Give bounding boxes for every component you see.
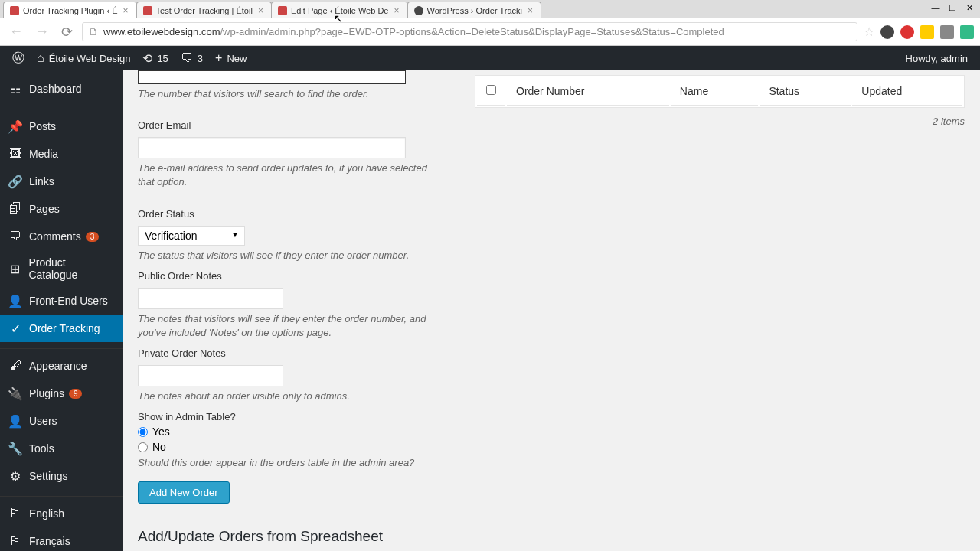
back-icon[interactable]: ← [6, 22, 26, 41]
link-icon: 🔗 [8, 174, 23, 189]
tab-close-icon[interactable]: × [122, 5, 130, 16]
url-path: /wp-admin/admin.php?page=EWD-OTP-options… [220, 26, 724, 37]
favicon-icon [278, 6, 287, 15]
page-icon: 🗋 [89, 26, 99, 37]
radio-no[interactable] [138, 442, 148, 452]
menu-catalogue[interactable]: ⊞Product Catalogue [0, 250, 122, 287]
menu-dashboard[interactable]: ⚏Dashboard [0, 75, 122, 103]
menu-label: Dashboard [29, 83, 82, 95]
extension-icon[interactable] [940, 25, 954, 39]
close-window-icon[interactable]: ✕ [962, 2, 977, 14]
add-new-order-button[interactable]: Add New Order [138, 481, 230, 504]
menu-francais[interactable]: 🏳Français [0, 527, 122, 551]
new-label: New [227, 53, 247, 64]
menu-tools[interactable]: 🔧Tools [0, 435, 122, 462]
account-link[interactable]: Howdy, admin [900, 53, 974, 64]
forward-icon[interactable]: → [32, 22, 52, 41]
url-input[interactable]: 🗋 www.etoilewebdesign.com /wp-admin/admi… [82, 22, 858, 41]
badge: 3 [86, 232, 100, 242]
col-updated[interactable]: Updated [852, 77, 962, 106]
col-name[interactable]: Name [671, 77, 759, 106]
browser-tab-3[interactable]: Edit Page ‹ Étoile Web De × [271, 2, 408, 18]
tab-title: Order Tracking Plugin ‹ É [23, 6, 118, 15]
menu-label: Posts [29, 120, 56, 132]
public-notes-help: The notes that visitors will see if they… [138, 312, 444, 340]
order-number-input[interactable] [138, 70, 406, 84]
main-content: The number that visitors will search to … [122, 70, 980, 551]
order-email-input[interactable] [138, 137, 406, 158]
order-status-label: Order Status [138, 208, 444, 220]
extension-icon[interactable] [900, 25, 914, 39]
comment-icon: 🗨 [181, 51, 193, 65]
order-status-select[interactable]: Verification [138, 226, 245, 246]
radio-yes-row[interactable]: Yes [138, 425, 444, 438]
wp-logo[interactable]: ⓦ [6, 51, 31, 67]
site-link[interactable]: ⌂Étoile Web Design [31, 51, 136, 65]
extension-icon[interactable] [880, 25, 894, 39]
home-icon: ⌂ [37, 51, 44, 65]
menu-label: Plugins [29, 387, 64, 399]
plug-icon: 🔌 [8, 386, 23, 401]
menu-label: Français [29, 535, 70, 547]
favicon-icon [143, 6, 152, 15]
new-link[interactable]: +New [209, 51, 253, 65]
tab-close-icon[interactable]: × [256, 5, 265, 16]
menu-frontend-users[interactable]: 👤Front-End Users [0, 287, 122, 315]
order-email-label: Order Email [138, 119, 444, 131]
menu-users[interactable]: 👤Users [0, 407, 122, 435]
bookmark-star-icon[interactable]: ☆ [864, 24, 874, 39]
extension-icon[interactable] [920, 25, 934, 39]
menu-links[interactable]: 🔗Links [0, 168, 122, 195]
wordpress-icon: ⓦ [12, 51, 24, 67]
favicon-icon [10, 6, 19, 15]
menu-comments[interactable]: 🗨Comments3 [0, 223, 122, 250]
dashboard-icon: ⚏ [8, 81, 23, 96]
public-notes-input[interactable] [138, 288, 283, 309]
radio-no-row[interactable]: No [138, 441, 444, 453]
tracking-icon: ✓ [8, 321, 23, 336]
reload-icon[interactable]: ⟳ [58, 22, 76, 42]
menu-english[interactable]: 🏳English [0, 500, 122, 527]
gear-icon: ⚙ [8, 468, 23, 484]
show-admin-help: Should this order appear in the orders t… [138, 456, 444, 470]
wp-admin-bar: ⓦ ⌂Étoile Web Design ⟲15 🗨3 +New Howdy, … [0, 46, 980, 70]
menu-label: Order Tracking [29, 322, 100, 334]
public-notes-label: Public Order Notes [138, 270, 444, 282]
browser-tab-1[interactable]: Order Tracking Plugin ‹ É × [3, 2, 137, 18]
menu-label: Appearance [29, 360, 87, 372]
menu-posts[interactable]: 📌Posts [0, 112, 122, 140]
menu-label: Product Catalogue [28, 256, 115, 281]
radio-yes[interactable] [138, 427, 148, 437]
col-order-number[interactable]: Order Number [507, 77, 669, 106]
updates-link[interactable]: ⟲15 [136, 51, 174, 66]
tab-close-icon[interactable]: × [392, 5, 400, 16]
tab-close-icon[interactable]: × [526, 5, 534, 16]
menu-label: Comments [29, 230, 81, 243]
private-notes-label: Private Order Notes [138, 347, 444, 359]
menu-order-tracking[interactable]: ✓Order Tracking [0, 315, 122, 342]
menu-label: Settings [29, 470, 68, 482]
window-controls: — ☐ ✕ [928, 2, 977, 14]
private-notes-input[interactable] [138, 365, 283, 386]
maximize-icon[interactable]: ☐ [945, 2, 960, 14]
pin-icon: 📌 [8, 119, 23, 134]
users-icon: 👤 [8, 293, 23, 308]
minimize-icon[interactable]: — [928, 2, 943, 14]
menu-label: Media [29, 148, 58, 160]
menu-plugins[interactable]: 🔌Plugins9 [0, 380, 122, 407]
extension-icon[interactable] [960, 25, 974, 39]
col-status[interactable]: Status [760, 77, 851, 106]
radio-yes-label: Yes [152, 425, 170, 438]
browser-tab-2[interactable]: Test Order Tracking | Étoil × [136, 2, 272, 18]
menu-settings[interactable]: ⚙Settings [0, 462, 122, 490]
menu-appearance[interactable]: 🖌Appearance [0, 352, 122, 380]
flag-icon: 🏳 [8, 533, 23, 549]
comments-count: 3 [198, 53, 203, 64]
browser-tab-strip: Order Tracking Plugin ‹ É × Test Order T… [0, 0, 980, 18]
select-all-checkbox[interactable] [486, 85, 496, 95]
menu-label: Links [29, 175, 54, 187]
menu-pages[interactable]: 🗐Pages [0, 195, 122, 223]
comments-link[interactable]: 🗨3 [175, 51, 209, 65]
menu-media[interactable]: 🖾Media [0, 140, 122, 168]
browser-tab-4[interactable]: WordPress › Order Tracki × [407, 2, 542, 18]
